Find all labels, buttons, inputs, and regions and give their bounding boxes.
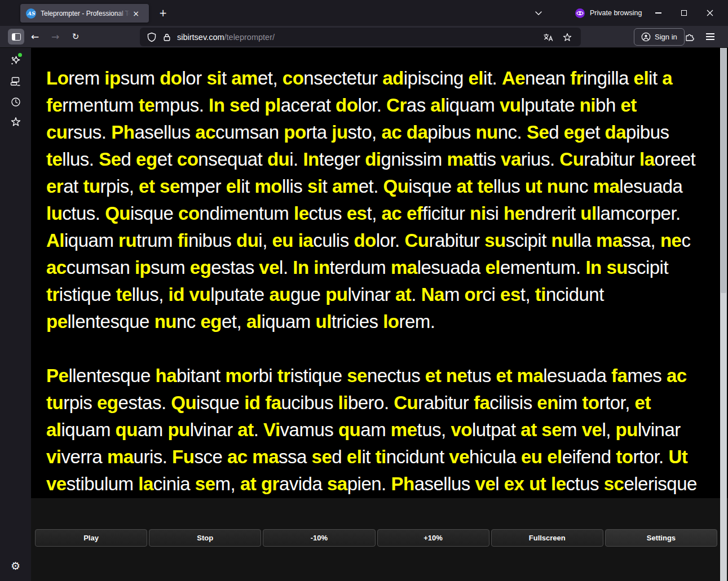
word-highlight: ac <box>227 446 248 467</box>
word-highlight: a <box>662 68 672 88</box>
word-highlight: da <box>605 122 626 143</box>
control-button-stop[interactable]: Stop <box>149 529 261 547</box>
control-button-fullscreen[interactable]: Fullscreen <box>491 529 603 547</box>
forward-button[interactable]: → <box>47 29 63 45</box>
word-highlight: se <box>312 446 332 467</box>
chevron-down-icon <box>535 11 542 15</box>
word-highlight: ma <box>107 446 134 467</box>
word-highlight: fa <box>265 392 281 413</box>
bookmarks-button[interactable] <box>7 113 24 130</box>
back-button[interactable]: ← <box>27 29 43 45</box>
word-highlight: fa <box>611 365 627 386</box>
word-highlight: Ph <box>111 122 134 143</box>
minimize-icon <box>655 12 661 13</box>
word-highlight: el <box>347 446 362 467</box>
bookmark-star-button[interactable] <box>561 30 574 44</box>
tab-title: Teleprompter - Professional Tex <box>41 10 130 17</box>
word-highlight: tu <box>83 176 100 197</box>
word-highlight: eg <box>97 392 118 413</box>
private-mask-icon <box>575 8 585 18</box>
sign-in-button[interactable]: Sign in <box>634 28 685 46</box>
scrollbar-thumb[interactable] <box>721 48 726 293</box>
window-minimize-button[interactable] <box>645 0 671 26</box>
tab-close-icon[interactable]: × <box>131 9 141 18</box>
prompter-paragraph: Pellentesque habitant morbi tristique se… <box>46 362 698 498</box>
word-highlight: du <box>267 149 289 170</box>
address-bar[interactable]: sibirtsev.com/teleprompter/ <box>140 28 581 46</box>
url-text: sibirtsev.com/teleprompter/ <box>177 33 275 42</box>
prompter-text: Lorem ipsum dolor sit amet, consectetur … <box>31 48 719 498</box>
word-highlight: id <box>169 284 184 305</box>
page-scrollbar[interactable] <box>720 48 727 581</box>
devices-icon <box>10 77 21 86</box>
word-highlight: In <box>209 95 224 116</box>
word-highlight: pu <box>167 419 189 440</box>
word-highlight: Cu <box>559 149 584 170</box>
sidebar-toggle-button[interactable] <box>8 29 24 45</box>
word-highlight: vu <box>500 95 521 116</box>
word-highlight: at <box>240 473 256 494</box>
word-highlight: lu <box>46 203 62 224</box>
word-highlight: fa <box>474 392 489 413</box>
list-all-tabs-button[interactable] <box>531 7 546 19</box>
window-close-button[interactable] <box>697 0 723 26</box>
new-tab-button[interactable]: + <box>156 6 170 20</box>
word-highlight: et <box>425 365 441 386</box>
word-highlight: Ph <box>391 473 414 494</box>
word-highlight: ve <box>475 473 496 494</box>
word-highlight: In <box>303 149 319 170</box>
word-highlight: di <box>365 149 381 170</box>
word-highlight: do <box>160 68 182 88</box>
synced-tabs-button[interactable] <box>7 73 24 90</box>
word-highlight: ip <box>135 257 151 278</box>
word-highlight: co <box>177 149 198 170</box>
private-browsing-label: Private browsing <box>590 9 642 17</box>
word-highlight: Fu <box>172 446 194 467</box>
control-button-settings[interactable]: Settings <box>605 529 717 547</box>
ai-chatbot-button[interactable] <box>7 52 24 69</box>
word-highlight: ad <box>382 68 404 88</box>
word-highlight: me <box>391 419 417 440</box>
word-highlight: Lo <box>46 68 68 88</box>
shield-icon[interactable] <box>147 32 157 42</box>
private-browsing-badge: Private browsing <box>575 7 642 19</box>
word-highlight: tu <box>46 392 63 413</box>
reload-button[interactable]: ↻ <box>68 29 83 45</box>
control-button-play[interactable]: Play <box>35 529 147 547</box>
puzzle-icon <box>685 32 695 42</box>
word-highlight: va <box>501 149 521 170</box>
word-highlight: Ut <box>668 446 687 467</box>
word-highlight: po <box>284 122 306 143</box>
word-highlight: se <box>541 419 562 440</box>
translate-button[interactable] <box>541 30 555 44</box>
history-button[interactable] <box>7 94 24 110</box>
word-highlight: fi <box>178 230 188 251</box>
extensions-button[interactable] <box>681 29 698 45</box>
control-button-10[interactable]: +10% <box>377 529 489 547</box>
settings-gear-button[interactable]: ⚙ <box>7 557 24 574</box>
word-highlight: ex <box>504 473 524 494</box>
word-highlight: ve <box>46 473 67 494</box>
lock-icon[interactable] <box>162 33 171 42</box>
browser-tab[interactable]: AS Teleprompter - Professional Tex × <box>20 4 149 23</box>
word-highlight: ul <box>315 311 331 332</box>
word-highlight: el <box>634 68 649 88</box>
word-highlight: Qu <box>171 392 196 413</box>
word-highlight: eu <box>272 230 293 251</box>
word-highlight: nu <box>551 230 573 251</box>
word-highlight: ma <box>517 365 544 386</box>
word-highlight: ul <box>580 203 596 224</box>
word-highlight: su <box>484 230 506 251</box>
control-button-10[interactable]: -10% <box>263 529 375 547</box>
word-highlight: Pe <box>46 365 68 386</box>
word-highlight: In <box>585 257 601 278</box>
word-highlight: Al <box>46 230 64 251</box>
word-highlight: te <box>477 176 493 197</box>
menu-button[interactable] <box>701 29 718 45</box>
word-highlight: ma <box>447 149 474 170</box>
window-maximize-button[interactable] <box>671 0 697 26</box>
word-highlight: al <box>430 95 445 116</box>
word-highlight: si <box>307 176 323 197</box>
word-highlight: ne <box>446 365 467 386</box>
word-highlight: ni <box>470 203 486 224</box>
